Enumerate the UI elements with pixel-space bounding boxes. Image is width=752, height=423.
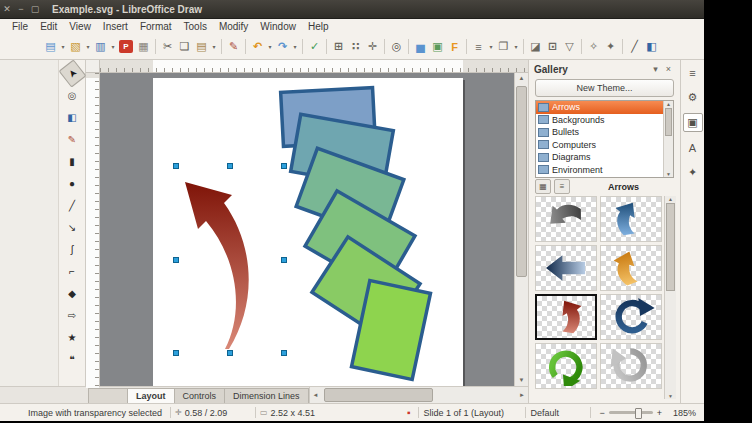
line-style-button[interactable]: ╱: [626, 38, 643, 55]
save-dropdown[interactable]: ▾: [109, 43, 117, 50]
theme-item-diagrams[interactable]: Diagrams: [536, 151, 664, 164]
scroll-down-button[interactable]: ▼: [665, 393, 676, 399]
selection-handle[interactable]: [173, 163, 179, 169]
scroll-thumb[interactable]: [665, 108, 672, 136]
theme-item-bullets[interactable]: Bullets: [536, 126, 664, 139]
menu-insert[interactable]: Insert: [97, 21, 134, 32]
sidebar-properties-icon[interactable]: ⚙: [683, 88, 703, 107]
arrange-objects-dropdown[interactable]: ▾: [512, 43, 520, 50]
menu-edit[interactable]: Edit: [34, 21, 63, 32]
open-dropdown[interactable]: ▾: [84, 43, 92, 50]
menu-format[interactable]: Format: [134, 21, 178, 32]
gallery-scrollbar[interactable]: ▲ ▼: [664, 196, 676, 399]
close-button[interactable]: ✕: [0, 0, 14, 18]
canvas[interactable]: [100, 73, 514, 386]
scroll-thumb[interactable]: [666, 203, 675, 291]
theme-item-computers[interactable]: Computers: [536, 139, 664, 152]
insert-chart-button[interactable]: ▅: [412, 38, 429, 55]
redo-button[interactable]: ↷: [274, 38, 291, 55]
snap-to-grid-button[interactable]: ∷: [347, 38, 364, 55]
menu-tools[interactable]: Tools: [178, 21, 213, 32]
new-drawing-dropdown[interactable]: ▾: [59, 43, 67, 50]
maximize-button[interactable]: ▢: [28, 0, 42, 18]
undo-dropdown[interactable]: ▾: [266, 43, 274, 50]
gallery-thumbnail-circle-arrow-gray-outline[interactable]: [600, 343, 662, 389]
scroll-track[interactable]: [515, 84, 528, 375]
scroll-left-button[interactable]: ◄: [310, 392, 322, 398]
list-view-button[interactable]: ≡: [554, 179, 570, 194]
zoom-button[interactable]: ◎: [388, 38, 405, 55]
theme-list-scrollbar[interactable]: ▲ ▼: [663, 101, 673, 177]
menu-window[interactable]: Window: [254, 21, 302, 32]
connector-tool-button[interactable]: ⌐: [62, 262, 83, 281]
display-grid-button[interactable]: ⊞: [330, 38, 347, 55]
canvas-vertical-scrollbar[interactable]: ▲ ▼: [514, 73, 528, 386]
zoom-tool-button[interactable]: ◎: [62, 86, 83, 105]
page-style[interactable]: Default: [530, 408, 586, 418]
selection-handle[interactable]: [173, 350, 179, 356]
selection-handle[interactable]: [173, 257, 179, 263]
edit-points-button[interactable]: ✧: [585, 38, 602, 55]
callouts-tool-button[interactable]: ❝: [62, 350, 83, 369]
clone-formatting-button[interactable]: ✎: [225, 38, 242, 55]
arrange-objects-button[interactable]: ❐: [495, 38, 512, 55]
scroll-thumb[interactable]: [324, 388, 433, 402]
gallery-thumbnail-curved-arrow-gray[interactable]: [535, 196, 597, 242]
ellipse-tool-button[interactable]: ●: [62, 174, 83, 193]
align-objects-dropdown[interactable]: ▾: [487, 43, 495, 50]
line-tool-button[interactable]: ╱: [62, 196, 83, 215]
fill-color-tool-button[interactable]: ◧: [62, 108, 83, 127]
open-button[interactable]: ▧: [67, 38, 84, 55]
sidebar-styles-icon[interactable]: A: [683, 138, 703, 157]
theme-item-backgrounds[interactable]: Backgrounds: [536, 114, 664, 127]
insert-image-button[interactable]: ▣: [429, 38, 446, 55]
gallery-thumbnail-curved-arrow-red[interactable]: [535, 294, 597, 340]
export-pdf-button[interactable]: P: [119, 40, 133, 53]
redo-dropdown[interactable]: ▾: [291, 43, 299, 50]
scroll-up-button[interactable]: ▲: [515, 73, 528, 84]
paste-button[interactable]: ▤: [193, 38, 210, 55]
copy-button[interactable]: ❏: [176, 38, 193, 55]
scroll-track[interactable]: [322, 387, 516, 403]
fill-color-button[interactable]: ◧: [643, 38, 660, 55]
cut-button[interactable]: ✂: [159, 38, 176, 55]
zoom-out-button[interactable]: −: [599, 408, 604, 418]
scroll-down-button[interactable]: ▼: [664, 171, 673, 177]
theme-item-environment[interactable]: Environment: [536, 164, 664, 177]
zoom-percentage[interactable]: 185%: [666, 408, 696, 418]
canvas-horizontal-scrollbar[interactable]: ◄ ►: [309, 387, 528, 403]
scroll-right-button[interactable]: ►: [516, 392, 528, 398]
menu-file[interactable]: File: [6, 21, 34, 32]
panel-menu-icon[interactable]: ▾: [649, 64, 662, 74]
scroll-thumb[interactable]: [516, 86, 527, 277]
layer-tab-nav[interactable]: [88, 388, 128, 403]
basic-shapes-tool-button[interactable]: ◆: [62, 284, 83, 303]
gallery-thumbnail-straight-arrow-navy[interactable]: [535, 245, 597, 291]
line-color-tool-button[interactable]: ✎: [62, 130, 83, 149]
selection-handle[interactable]: [281, 350, 287, 356]
menu-modify[interactable]: Modify: [213, 21, 254, 32]
sidebar-navigator-icon[interactable]: ✦: [683, 163, 703, 182]
gallery-thumbnail-circle-arrow-green[interactable]: [535, 343, 597, 389]
tab-dimension-lines[interactable]: Dimension Lines: [225, 388, 309, 403]
svg-drawing[interactable]: [153, 78, 463, 386]
stars-tool-button[interactable]: ★: [62, 328, 83, 347]
gallery-thumbnail-curved-arrow-blue[interactable]: [600, 196, 662, 242]
shadow-button[interactable]: ◪: [527, 38, 544, 55]
new-drawing-button[interactable]: ▤: [42, 38, 59, 55]
menu-view[interactable]: View: [63, 21, 97, 32]
sidebar-sidebar-settings-icon[interactable]: ≡: [683, 63, 703, 82]
selection-handle[interactable]: [227, 350, 233, 356]
zoom-in-button[interactable]: +: [657, 408, 662, 418]
select-tool-button[interactable]: ➤: [58, 59, 86, 87]
rectangle-tool-button[interactable]: ▮: [62, 152, 83, 171]
theme-item-arrows[interactable]: Arrows: [536, 101, 664, 114]
zoom-slider-thumb[interactable]: [635, 408, 642, 419]
glue-points-button[interactable]: ✦: [602, 38, 619, 55]
zoom-slider[interactable]: [609, 411, 653, 414]
block-arrows-tool-button[interactable]: ⇨: [62, 306, 83, 325]
crop-image-button[interactable]: ⊡: [544, 38, 561, 55]
helplines-button[interactable]: ✛: [364, 38, 381, 55]
sidebar-gallery-icon[interactable]: ▣: [683, 113, 703, 132]
align-objects-button[interactable]: ≡: [470, 38, 487, 55]
